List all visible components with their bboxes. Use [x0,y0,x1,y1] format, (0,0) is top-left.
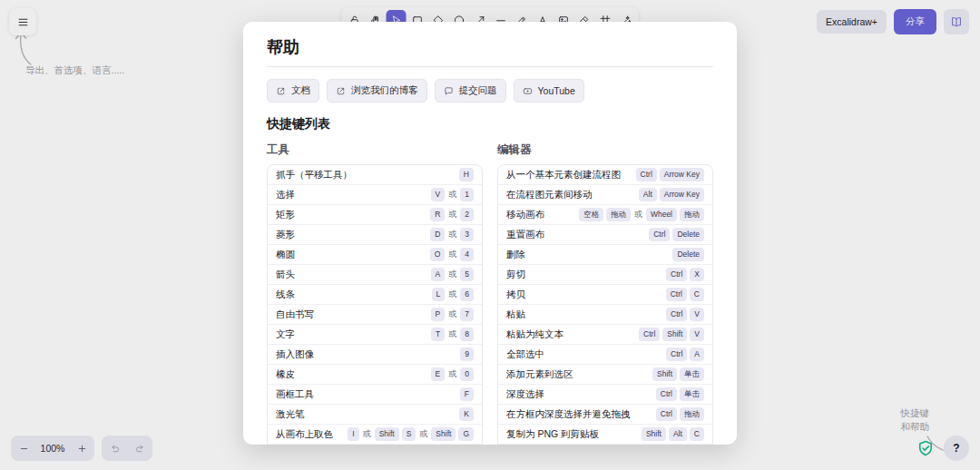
shortcut-row: 深度选择Ctrl单击 [498,385,712,405]
shortcut-label: 删除 [506,249,525,261]
key-chip: Alt [669,427,687,441]
shortcut-label: 移动画布 [506,209,544,221]
link-label: 文档 [291,84,310,97]
or-separator: 或 [447,289,457,300]
key-chip: Ctrl [656,407,677,421]
key-chip: 1 [460,188,474,201]
shortcut-keys: CtrlA [666,348,704,361]
blog-button[interactable]: 浏览我们的博客 [327,79,427,103]
shortcut-label: 线条 [276,289,295,301]
shortcut-row: 画框工具F [268,385,482,405]
shortcut-keys: D或3 [430,228,474,241]
shortcut-label: 从一个基本元素创建流程图 [506,169,621,181]
key-chip: C [690,427,704,441]
shortcut-row: 从画布上取色I或ShiftS或ShiftG [268,425,482,445]
shortcut-keys: T或8 [431,328,474,341]
shortcut-columns: 工具抓手（平移工具）H选择V或1矩形R或2菱形D或3椭圆O或4箭头A或5线条L或… [267,142,713,445]
title-divider [267,66,713,67]
shortcut-keys: Ctrl拖动 [656,407,704,421]
youtube-icon [523,86,533,96]
shortcut-row: 删除Delete [498,245,712,265]
shortcut-column: 编辑器从一个基本元素创建流程图CtrlArrow Key在流程图元素间移动Alt… [497,142,713,445]
shortcut-row: 菱形D或3 [268,225,482,245]
shortcut-label: 重置画布 [506,229,544,241]
shortcut-row: 椭圆O或4 [268,245,482,265]
docs-button[interactable]: 文档 [267,79,319,103]
key-chip: Ctrl [639,328,660,341]
key-chip: G [458,427,474,441]
shortcut-keys: K [459,407,474,421]
key-chip: Shift [375,427,399,441]
youtube-button[interactable]: YouTube [514,79,584,103]
shortcut-label: 添加元素到选区 [506,368,573,381]
key-chip: C [690,288,704,301]
shortcut-label: 橡皮 [276,368,295,381]
key-chip: V [690,328,704,341]
key-chip: V [690,308,704,321]
shortcut-row: 箭头A或5 [268,265,482,285]
key-chip: E [431,367,446,381]
shortcut-row: 全部选中CtrlA [498,345,712,365]
key-chip: Alt [639,188,657,201]
external-link-icon [336,86,346,96]
key-chip: V [431,188,446,201]
shortcut-keys: CtrlV [666,308,704,321]
shortcut-keys: AltArrow Key [639,188,704,201]
or-separator: 或 [447,209,457,220]
key-chip: 3 [460,228,474,241]
key-chip: Ctrl [636,168,657,181]
or-separator: 或 [447,368,457,380]
shortcut-label: 选择 [276,189,295,201]
shortcut-label: 从画布上取色 [276,428,333,441]
help-links: 文档浏览我们的博客提交问题YouTube [267,79,713,103]
or-separator: 或 [418,428,428,440]
shortcut-row: 从一个基本元素创建流程图CtrlArrow Key [498,165,712,185]
key-chip: Shift [431,427,456,441]
shortcut-row: 复制为 PNG 到剪贴板ShiftAltC [498,425,712,445]
shortcut-label: 复制为 PNG 到剪贴板 [506,428,599,441]
key-chip: 6 [460,288,474,301]
key-chip: 8 [460,328,474,341]
shortcut-keys: F [460,387,474,401]
or-separator: 或 [447,229,457,240]
key-chip: 拖动 [680,407,704,421]
shortcut-label: 插入图像 [276,348,314,361]
shortcut-keys: Delete [672,248,704,261]
key-chip: A [431,268,446,281]
shortcuts-title: 快捷键列表 [267,116,713,132]
shortcut-keys: CtrlX [666,268,704,281]
shortcut-keys: 9 [460,348,474,361]
key-chip: 单击 [680,387,704,401]
shortcut-row: 重置画布CtrlDelete [498,225,712,245]
key-chip: Shift [642,427,666,441]
shortcut-keys: R或2 [430,208,474,221]
key-chip: Shift [662,328,687,341]
issue-button[interactable]: 提交问题 [435,79,506,103]
shortcut-label: 粘贴 [506,308,525,321]
or-separator: 或 [447,189,457,201]
shortcut-row: 插入图像9 [268,345,482,365]
shortcut-label: 自由书写 [276,308,314,321]
shortcut-keys: E或0 [431,367,474,381]
shortcut-row: 线条L或6 [268,285,482,305]
shortcut-row: 粘贴为纯文本CtrlShiftV [498,325,712,345]
key-chip: O [430,248,446,261]
shortcut-label: 在流程图元素间移动 [506,189,593,201]
key-chip: D [430,228,445,241]
key-chip: 4 [460,248,474,261]
key-chip: X [690,268,704,281]
shortcut-keys: O或4 [430,248,474,261]
shortcut-keys: H [459,168,474,181]
key-chip: 7 [460,308,474,321]
or-separator: 或 [633,209,643,220]
key-chip: 空格 [579,208,603,221]
key-chip: K [459,407,474,421]
key-chip: Ctrl [666,348,687,361]
shortcut-row: 激光笔K [268,405,482,425]
shortcut-row: 粘贴CtrlV [498,305,712,325]
key-chip: Ctrl [666,308,687,321]
link-label: 提交问题 [459,84,497,97]
shortcut-row: 抓手（平移工具）H [268,165,482,185]
shortcut-list: 抓手（平移工具）H选择V或1矩形R或2菱形D或3椭圆O或4箭头A或5线条L或6自… [267,164,483,445]
link-label: YouTube [538,85,575,96]
